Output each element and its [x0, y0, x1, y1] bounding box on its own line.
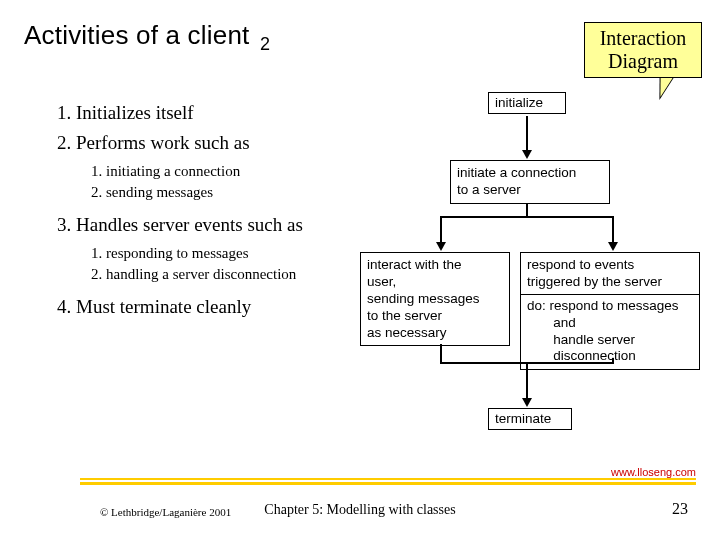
n4-l2: triggered by the server [527, 274, 693, 291]
node-respond-events: respond to events triggered by the serve… [520, 252, 700, 370]
callout-interaction-diagram: Interaction Diagram [584, 22, 702, 78]
footer-chapter: Chapter 5: Modelling with classes [0, 502, 720, 518]
n4-l5: handle server [527, 332, 693, 349]
footer-rule-icon [80, 482, 696, 485]
activity-diagram: initialize initiate a connection to a se… [380, 80, 710, 460]
footer-url: www.lloseng.com [611, 466, 696, 478]
outline-item-3: Handles server events such as responding… [76, 212, 362, 284]
callout-line2: Diagram [585, 50, 701, 73]
node-initiate-connection: initiate a connection to a server [450, 160, 610, 204]
outline-sub-a1: initiating a connection [106, 161, 362, 181]
n3-l3: sending messages [367, 291, 503, 308]
outline-item-3-text: Handles server events such as [76, 214, 303, 235]
outline-sub-b1: responding to messages [106, 243, 362, 263]
n3-l2: user, [367, 274, 503, 291]
footer-page-number: 23 [672, 500, 688, 518]
outline-list: Initializes itself Performs work such as… [52, 100, 362, 324]
footer-rule-icon [80, 478, 696, 480]
n3-l1: interact with the [367, 257, 503, 274]
slide: Activities of a client 2 Interaction Dia… [0, 0, 720, 540]
callout-line1: Interaction [585, 27, 701, 50]
outline-item-2-text: Performs work such as [76, 132, 250, 153]
node-interact-user: interact with the user, sending messages… [360, 252, 510, 346]
node-terminate: terminate [488, 408, 572, 430]
slide-title: Activities of a client 2 [24, 20, 270, 55]
outline-sub-a2: sending messages [106, 182, 362, 202]
n3-l4: to the server [367, 308, 503, 325]
outline-sub-b2: handling a server disconnection [106, 264, 362, 284]
n2-l1: initiate a connection [457, 165, 603, 182]
outline-item-4: Must terminate cleanly [76, 294, 362, 320]
n4-l4: and [527, 315, 693, 332]
n3-l5: as necessary [367, 325, 503, 342]
title-subscript: 2 [260, 34, 270, 54]
n2-l2: to a server [457, 182, 603, 199]
outline-item-1: Initializes itself [76, 100, 362, 126]
title-text: Activities of a client [24, 20, 250, 50]
n4-l3: do: respond to messages [527, 298, 693, 315]
node-initialize: initialize [488, 92, 566, 114]
n4-l1: respond to events [527, 257, 693, 274]
outline-item-2: Performs work such as initiating a conne… [76, 130, 362, 202]
